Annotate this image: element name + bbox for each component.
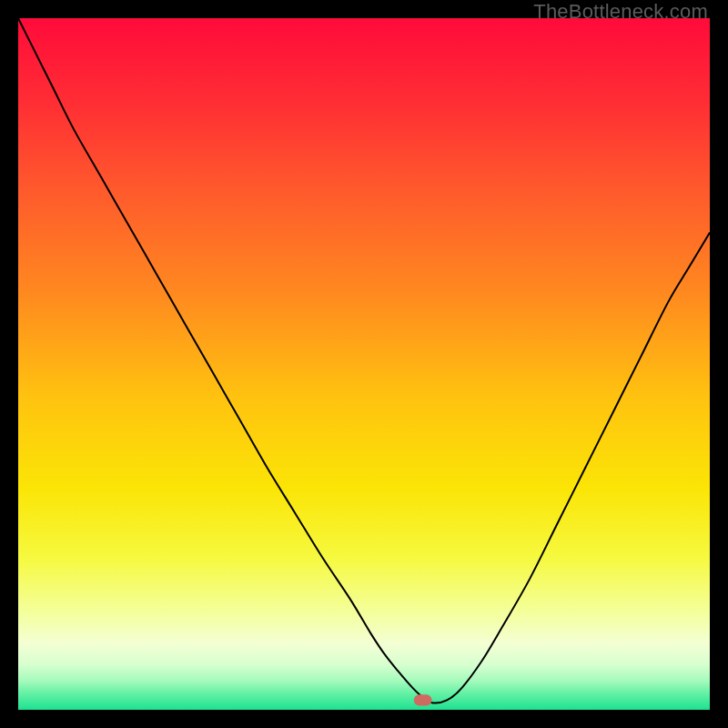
gradient-background: [18, 18, 710, 710]
optimum-marker: [414, 694, 432, 705]
plot-area: [18, 18, 710, 710]
bottleneck-chart: [18, 18, 710, 710]
chart-frame: TheBottleneck.com: [0, 0, 728, 728]
watermark-text: TheBottleneck.com: [533, 0, 708, 24]
